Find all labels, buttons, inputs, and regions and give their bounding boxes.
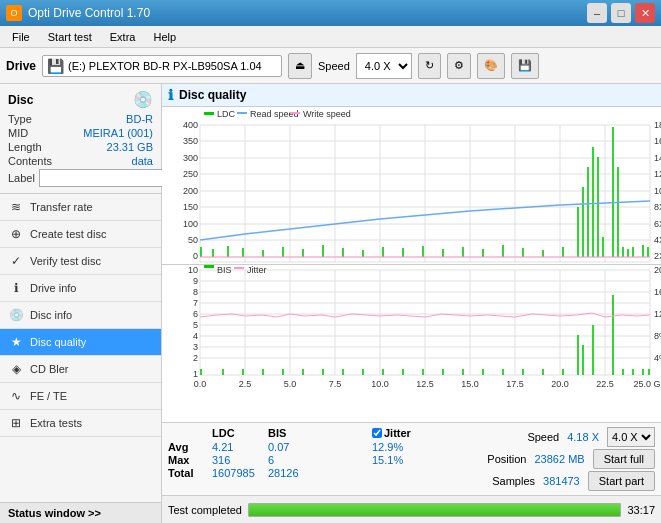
svg-rect-144 [322,369,324,375]
disc-panel: Disc 💿 Type BD-R MID MEIRA1 (001) Length… [0,84,161,194]
sidebar-item-drive-info[interactable]: ℹ Drive info [0,275,161,302]
svg-rect-165 [204,265,214,268]
svg-rect-79 [622,247,624,257]
jitter-checkbox[interactable] [372,428,382,438]
svg-text:200: 200 [183,186,198,196]
svg-text:18X: 18X [654,120,661,130]
svg-rect-68 [522,248,524,257]
menu-help[interactable]: Help [145,29,184,45]
svg-rect-146 [362,369,364,375]
sidebar-item-fe-te[interactable]: ∿ FE / TE [0,383,161,410]
max-label: Max [168,454,206,466]
title-bar-controls: – □ ✕ [587,3,655,23]
sidebar-label-extra-tests: Extra tests [30,417,82,429]
disc-info-icon: 💿 [8,307,24,323]
svg-rect-72 [582,187,584,257]
svg-rect-66 [482,249,484,257]
sidebar-label-cd-bler: CD Bler [30,363,69,375]
svg-text:300: 300 [183,153,198,163]
svg-rect-74 [592,147,594,257]
refresh-button[interactable]: ↻ [418,53,441,79]
svg-rect-67 [502,245,504,257]
disc-quality-icon: ★ [8,334,24,350]
mid-value: MEIRA1 (001) [83,127,153,139]
svg-text:BIS: BIS [217,265,232,275]
label-input[interactable] [39,169,174,187]
ldc-header: LDC [212,427,262,440]
maximize-button[interactable]: □ [611,3,631,23]
sidebar-item-create-test-disc[interactable]: ⊕ Create test disc [0,221,161,248]
sidebar: Disc 💿 Type BD-R MID MEIRA1 (001) Length… [0,84,162,523]
minimize-button[interactable]: – [587,3,607,23]
svg-rect-140 [242,369,244,375]
contents-value: data [132,155,153,167]
svg-rect-54 [242,248,244,257]
sidebar-item-extra-tests[interactable]: ⊞ Extra tests [0,410,161,437]
svg-rect-90 [162,265,661,422]
app-icon: O [6,5,22,21]
svg-rect-52 [212,249,214,257]
svg-rect-153 [502,369,504,375]
color-button[interactable]: 🎨 [477,53,505,79]
contents-label: Contents [8,155,52,167]
ldc-svg: 400 350 300 250 200 150 100 50 0 18X 16X [162,107,661,264]
disc-length-row: Length 23.31 GB [8,141,153,153]
transfer-rate-icon: ≋ [8,199,24,215]
svg-text:2: 2 [193,353,198,363]
eject-button[interactable]: ⏏ [288,53,312,79]
status-window-button[interactable]: Status window >> [0,502,161,523]
svg-rect-58 [322,245,324,257]
svg-text:350: 350 [183,136,198,146]
save-button[interactable]: 💾 [511,53,539,79]
menu-file[interactable]: File [4,29,38,45]
svg-rect-59 [342,248,344,257]
svg-rect-77 [612,127,614,257]
progress-bar-fill [249,504,620,516]
status-window-label: Status window >> [8,507,101,519]
svg-rect-69 [542,250,544,257]
svg-text:2.5: 2.5 [239,379,252,389]
main-layout: Disc 💿 Type BD-R MID MEIRA1 (001) Length… [0,84,661,523]
speed-select[interactable]: 4.0 X [607,427,655,447]
speed-label: Speed [527,431,559,443]
type-label: Type [8,113,32,125]
progress-area: Test completed 33:17 [162,495,661,523]
start-full-button[interactable]: Start full [593,449,655,469]
sidebar-item-cd-bler[interactable]: ◈ CD Bler [0,356,161,383]
svg-rect-148 [402,369,404,375]
close-button[interactable]: ✕ [635,3,655,23]
speed-select[interactable]: 4.0 X 2.0 X 1.0 X [356,53,412,79]
sidebar-label-drive-info: Drive info [30,282,76,294]
svg-text:9: 9 [193,276,198,286]
type-value: BD-R [126,113,153,125]
svg-text:8: 8 [193,287,198,297]
sidebar-label-disc-quality: Disc quality [30,336,86,348]
sidebar-item-disc-quality[interactable]: ★ Disc quality [0,329,161,356]
svg-rect-147 [382,369,384,375]
extra-tests-icon: ⊞ [8,415,24,431]
menu-extra[interactable]: Extra [102,29,144,45]
length-value: 23.31 GB [107,141,153,153]
sidebar-label-disc-info: Disc info [30,309,72,321]
start-part-button[interactable]: Start part [588,471,655,491]
menu-start-test[interactable]: Start test [40,29,100,45]
svg-rect-158 [582,345,584,375]
svg-text:8%: 8% [654,331,661,341]
drive-selector[interactable]: 💾 (E:) PLEXTOR BD-R PX-LB950SA 1.04 [42,55,282,77]
svg-rect-151 [462,369,464,375]
svg-rect-138 [200,369,202,375]
svg-rect-139 [222,369,224,375]
svg-text:5: 5 [193,320,198,330]
toolbar: Drive 💾 (E:) PLEXTOR BD-R PX-LB950SA 1.0… [0,48,661,84]
sidebar-item-transfer-rate[interactable]: ≋ Transfer rate [0,194,161,221]
jitter-header: Jitter [372,427,432,440]
svg-rect-51 [200,247,202,257]
sidebar-item-disc-info[interactable]: 💿 Disc info [0,302,161,329]
settings-button[interactable]: ⚙ [447,53,471,79]
title-bar: O Opti Drive Control 1.70 – □ ✕ [0,0,661,26]
position-value: 23862 MB [534,453,584,465]
sidebar-item-verify-test-disc[interactable]: ✓ Verify test disc [0,248,161,275]
svg-text:22.5: 22.5 [596,379,614,389]
disc-mid-row: MID MEIRA1 (001) [8,127,153,139]
svg-rect-157 [577,335,579,375]
